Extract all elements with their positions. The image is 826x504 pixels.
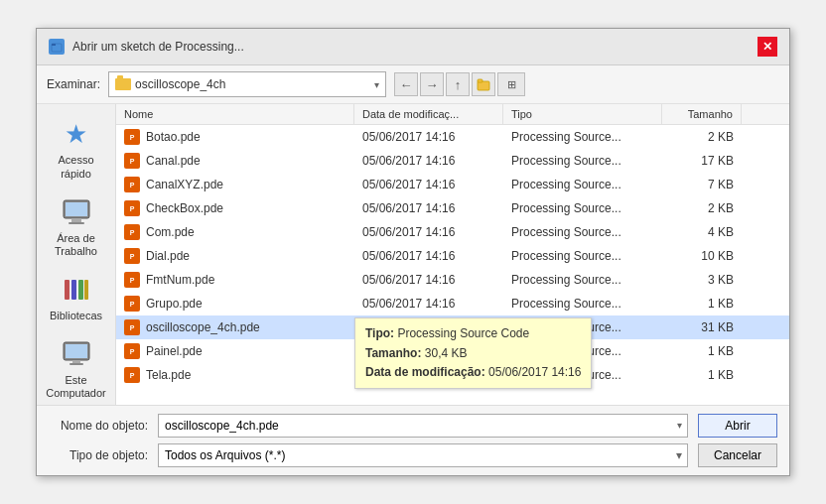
svg-rect-3 [478, 79, 482, 82]
file-row[interactable]: PBotao.pde05/06/2017 14:16Processing Sou… [116, 125, 789, 149]
file-name-cell: PCanal.pde [116, 151, 354, 171]
new-folder-button[interactable] [472, 72, 495, 96]
nome-input[interactable] [158, 414, 688, 438]
file-type-icon: P [124, 319, 140, 335]
file-name-text: Com.pde [146, 225, 195, 239]
file-type-text: Processing Source... [503, 295, 662, 313]
libraries-icon [61, 274, 92, 306]
cancel-button[interactable]: Cancelar [698, 443, 777, 467]
file-type-text: Processing Source... [503, 128, 662, 146]
quick-access-label: Acesso rápido [48, 154, 105, 180]
computer-icon [61, 338, 92, 370]
file-row[interactable]: PCanal.pde05/06/2017 14:16Processing Sou… [116, 149, 789, 173]
file-row[interactable]: Poscilloscope_4ch.pde05/06/2017 14:16Pro… [116, 315, 789, 339]
file-name-cell: PPainel.pde [116, 341, 354, 361]
svg-rect-13 [66, 344, 87, 358]
svg-text:P: P [130, 301, 135, 308]
file-row[interactable]: PDial.pde05/06/2017 14:16Processing Sour… [116, 244, 789, 268]
file-size: 31 KB [662, 318, 742, 336]
nome-label: Nome do objeto: [49, 419, 148, 433]
open-button[interactable]: Abrir [698, 414, 777, 438]
header-nome[interactable]: Nome [116, 104, 354, 124]
tipo-select-wrapper: Todos os Arquivos (*.*) [158, 443, 688, 467]
file-name-cell: Poscilloscope_4ch.pde [116, 317, 354, 337]
file-type-icon: P [124, 177, 140, 192]
sidebar-item-desktop[interactable]: Área deTrabalho [42, 192, 111, 262]
file-type-text: Processing Source... [503, 223, 662, 241]
back-button[interactable]: ← [394, 72, 418, 96]
svg-rect-6 [71, 218, 81, 222]
folder-select[interactable]: oscilloscope_4ch ▾ [108, 71, 386, 97]
close-button[interactable]: ✕ [757, 37, 777, 57]
svg-text:P: P [130, 348, 135, 355]
file-type-icon: P [124, 296, 140, 312]
file-name-text: CanalXYZ.pde [146, 178, 223, 191]
file-row[interactable]: PCom.pde05/06/2017 14:16Processing Sourc… [116, 220, 789, 244]
dialog-title: Abrir um sketch de Processing... [72, 40, 244, 54]
examinar-label: Examinar: [47, 77, 100, 91]
tipo-select[interactable]: Todos os Arquivos (*.*) [158, 443, 688, 467]
sidebar-item-computer[interactable]: EsteComputador [42, 334, 111, 404]
file-name-cell: PCom.pde [116, 222, 354, 242]
title-bar: Abrir um sketch de Processing... ✕ [37, 29, 789, 65]
file-row[interactable]: PFmtNum.pde05/06/2017 14:16Processing So… [116, 268, 789, 292]
file-tooltip: Tipo: Processing Source CodeTamanho: 30,… [354, 317, 592, 389]
file-name-cell: PCanalXYZ.pde [116, 175, 354, 194]
file-name-cell: PBotao.pde [116, 127, 354, 147]
content-area: ★ Acesso rápido Área deTrabalho [37, 104, 789, 405]
file-type-text: Processing Source... [503, 271, 662, 289]
file-size: 1 KB [662, 295, 742, 313]
file-type-text: Processing Source... [503, 199, 662, 217]
header-tipo[interactable]: Tipo [503, 104, 662, 124]
file-date: 05/06/2017 14:16 [354, 271, 503, 289]
sidebar-item-libraries[interactable]: Bibliotecas [42, 270, 111, 326]
file-name-cell: PTela.pde [116, 365, 354, 385]
file-row[interactable]: PGrupo.pde05/06/2017 14:16Processing Sou… [116, 292, 789, 315]
file-name-text: oscilloscope_4ch.pde [146, 320, 260, 334]
svg-text:P: P [130, 182, 135, 189]
file-size: 1 KB [662, 342, 742, 360]
file-date: 05/06/2017 14:16 [354, 128, 503, 146]
svg-rect-5 [66, 202, 87, 216]
file-list-header: Nome Data de modificaç... Tipo Tamanho [116, 104, 789, 125]
title-bar-left: Abrir um sketch de Processing... [49, 39, 244, 55]
up-button[interactable]: ↑ [446, 72, 470, 96]
file-type-icon: P [124, 200, 140, 216]
file-name-text: Painel.pde [146, 344, 203, 358]
svg-text:P: P [130, 253, 135, 260]
file-open-dialog: Abrir um sketch de Processing... ✕ Exami… [36, 28, 790, 475]
nome-input-wrapper: ▾ [158, 414, 688, 438]
file-date: 05/06/2017 14:16 [354, 247, 503, 265]
sidebar-item-quick-access[interactable]: ★ Acesso rápido [42, 114, 111, 184]
file-date: 05/06/2017 14:16 [354, 223, 503, 241]
file-name-text: Grupo.pde [146, 297, 203, 311]
file-type-text: Processing Source... [503, 247, 662, 265]
file-row[interactable]: PCheckBox.pde05/06/2017 14:16Processing … [116, 196, 789, 220]
svg-text:P: P [130, 324, 135, 331]
folder-icon [115, 78, 131, 90]
header-tamanho[interactable]: Tamanho [662, 104, 742, 124]
file-date: 05/06/2017 14:16 [354, 295, 503, 313]
svg-text:P: P [130, 205, 135, 212]
svg-rect-15 [69, 363, 83, 365]
file-name-text: FmtNum.pde [146, 273, 214, 287]
file-size: 2 KB [662, 128, 742, 146]
file-type-icon: P [124, 343, 140, 359]
tipo-label: Tipo de objeto: [49, 448, 148, 462]
view-button[interactable]: ⊞ [497, 72, 525, 96]
file-name-cell: PGrupo.pde [116, 294, 354, 314]
file-name-text: CheckBox.pde [146, 201, 223, 215]
file-row[interactable]: PCanalXYZ.pde05/06/2017 14:16Processing … [116, 173, 789, 196]
forward-button[interactable]: → [420, 72, 444, 96]
header-data[interactable]: Data de modificaç... [354, 104, 503, 124]
file-type-icon: P [124, 224, 140, 240]
svg-rect-11 [84, 280, 88, 300]
file-size: 7 KB [662, 176, 742, 193]
file-name-text: Tela.pde [146, 368, 191, 382]
file-name-cell: PDial.pde [116, 246, 354, 266]
file-date: 05/06/2017 14:16 [354, 199, 503, 217]
computer-label: EsteComputador [46, 374, 106, 400]
file-name-cell: PCheckBox.pde [116, 198, 354, 218]
desktop-label: Área deTrabalho [55, 232, 97, 258]
svg-text:P: P [130, 134, 135, 141]
